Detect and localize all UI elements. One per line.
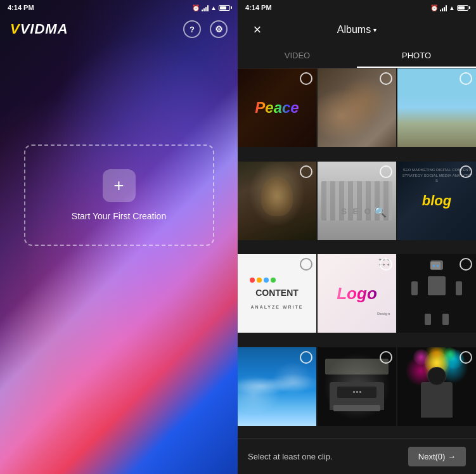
magnifier-icon: 🔍 bbox=[374, 206, 387, 218]
left-status-bar: 4:14 PM ⏰ ▲ bbox=[0, 0, 238, 15]
logo-design-text: Logo bbox=[337, 284, 377, 304]
grid-item-beach[interactable] bbox=[397, 68, 476, 147]
right-panel: 4:14 PM ⏰ ▲ × Albums ▾ VIDEO PHOTO bbox=[238, 0, 476, 474]
grid-item-content[interactable]: CONTENT ANALYZE WRITE bbox=[238, 254, 316, 333]
signal-icon bbox=[202, 4, 209, 11]
grid-item-logo[interactable]: ✦ ✦ ✦✦ ✦ ✦ Logo Design bbox=[318, 254, 396, 333]
select-circle-hands[interactable] bbox=[380, 72, 392, 85]
right-status-icons: ⏰ ▲ bbox=[430, 4, 468, 11]
content-sub-text: ANALYZE WRITE bbox=[251, 305, 304, 309]
content-text: CONTENT bbox=[255, 288, 299, 298]
logo-design-label: Design bbox=[377, 312, 390, 316]
left-header: VVIDMA ? ⚙ bbox=[0, 15, 238, 43]
wifi-icon-right: ▲ bbox=[449, 4, 455, 11]
right-time: 4:14 PM bbox=[245, 4, 272, 11]
alarm-icon: ⏰ bbox=[192, 4, 200, 11]
logo-v: V bbox=[10, 21, 20, 37]
logo: VVIDMA bbox=[10, 21, 68, 37]
grid-item-cat[interactable] bbox=[238, 162, 316, 240]
media-tabs: VIDEO PHOTO bbox=[238, 44, 476, 68]
select-circle-typewriter[interactable] bbox=[380, 351, 392, 364]
settings-button[interactable]: ⚙ bbox=[210, 20, 228, 38]
left-status-icons: ⏰ ▲ bbox=[192, 4, 230, 11]
tab-photo[interactable]: PHOTO bbox=[357, 44, 476, 68]
grid-item-robot[interactable] bbox=[397, 254, 476, 333]
select-circle-logo[interactable] bbox=[380, 258, 392, 271]
close-button[interactable]: × bbox=[248, 20, 267, 39]
help-button[interactable]: ? bbox=[183, 20, 201, 38]
select-circle-beach[interactable] bbox=[460, 72, 472, 85]
grid-item-blog[interactable]: SEO MARKETING DIGITAL CONTENT STRATEGY S… bbox=[397, 162, 476, 240]
grid-item-colorhead[interactable] bbox=[397, 347, 476, 426]
next-button[interactable]: Next(0) → bbox=[408, 447, 466, 466]
tab-video[interactable]: VIDEO bbox=[238, 44, 357, 68]
battery-icon-right bbox=[457, 5, 468, 11]
grid-item-keyboard[interactable]: S E O 🔍 bbox=[318, 162, 396, 240]
select-circle-blog[interactable] bbox=[460, 165, 472, 178]
select-circle-robot[interactable] bbox=[460, 258, 472, 271]
albums-label: Albums bbox=[337, 24, 371, 35]
grid-item-typewriter[interactable] bbox=[318, 347, 396, 426]
albums-dropdown[interactable]: Albums ▾ bbox=[337, 24, 376, 35]
select-circle-waves[interactable] bbox=[300, 351, 312, 364]
grid-item-waves[interactable] bbox=[238, 347, 316, 426]
select-circle-keyboard[interactable] bbox=[380, 165, 392, 178]
creation-area[interactable]: + Start Your First Creation bbox=[24, 144, 214, 246]
select-circle-cat[interactable] bbox=[300, 165, 312, 178]
bottom-bar: Select at least one clip. Next(0) → bbox=[238, 439, 476, 474]
right-header: × Albums ▾ bbox=[238, 15, 476, 44]
alarm-icon-right: ⏰ bbox=[430, 4, 438, 11]
photo-grid: S E O 🔍 SEO MARKETING DIGITAL CONTENT ST… bbox=[238, 68, 476, 439]
grid-item-peace[interactable] bbox=[238, 68, 316, 147]
blog-text: blog bbox=[422, 193, 451, 209]
left-time: 4:14 PM bbox=[8, 4, 34, 11]
header-icons: ? ⚙ bbox=[183, 20, 228, 38]
right-status-bar: 4:14 PM ⏰ ▲ bbox=[238, 0, 476, 15]
select-circle-colorhead[interactable] bbox=[460, 351, 472, 364]
battery-icon bbox=[219, 5, 230, 11]
creation-label: Start Your First Creation bbox=[72, 211, 166, 221]
select-hint: Select at least one clip. bbox=[248, 452, 333, 461]
content-dots bbox=[250, 278, 276, 283]
select-circle-content[interactable] bbox=[300, 258, 312, 271]
select-circle-peace[interactable] bbox=[300, 72, 312, 85]
grid-item-hands[interactable] bbox=[318, 68, 396, 147]
left-panel: 4:14 PM ⏰ ▲ VVIDMA ? ⚙ + Start Your Firs… bbox=[0, 0, 238, 474]
wifi-icon: ▲ bbox=[210, 4, 217, 11]
colorhead-body bbox=[421, 382, 453, 418]
add-creation-button[interactable]: + bbox=[103, 169, 136, 202]
chevron-down-icon: ▾ bbox=[373, 27, 376, 34]
signal-icon-right bbox=[440, 4, 447, 11]
